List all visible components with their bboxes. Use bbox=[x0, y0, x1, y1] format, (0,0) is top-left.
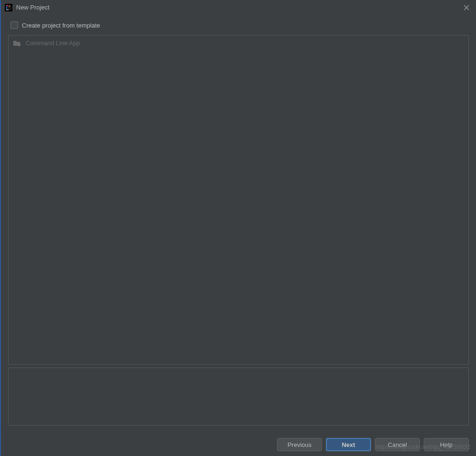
button-bar: Previous Next Cancel Help bbox=[1, 431, 476, 456]
template-item-label: Command Line App bbox=[26, 39, 80, 47]
folder-icon bbox=[13, 40, 21, 47]
previous-button[interactable]: Previous bbox=[277, 438, 322, 451]
titlebar: New Project bbox=[1, 0, 476, 15]
app-icon bbox=[5, 4, 12, 11]
description-panel bbox=[8, 368, 469, 426]
close-icon bbox=[464, 5, 469, 10]
template-checkbox[interactable] bbox=[10, 21, 18, 29]
new-project-dialog: New Project Create project from template bbox=[0, 0, 476, 456]
help-button[interactable]: Help bbox=[424, 438, 469, 451]
template-list-panel: Command Line App bbox=[8, 35, 469, 365]
content-area: Create project from template Command Lin… bbox=[1, 15, 476, 456]
template-checkbox-label[interactable]: Create project from template bbox=[22, 22, 100, 29]
template-item-command-line-app[interactable]: Command Line App bbox=[9, 36, 468, 50]
close-button[interactable] bbox=[461, 2, 472, 13]
cancel-button[interactable]: Cancel bbox=[375, 438, 420, 451]
svg-rect-4 bbox=[9, 5, 10, 7]
svg-rect-2 bbox=[6, 5, 8, 6]
next-button[interactable]: Next bbox=[326, 438, 371, 451]
window-title: New Project bbox=[16, 4, 461, 11]
template-checkbox-row: Create project from template bbox=[1, 15, 476, 35]
svg-rect-7 bbox=[18, 43, 20, 46]
svg-rect-3 bbox=[6, 10, 9, 10]
